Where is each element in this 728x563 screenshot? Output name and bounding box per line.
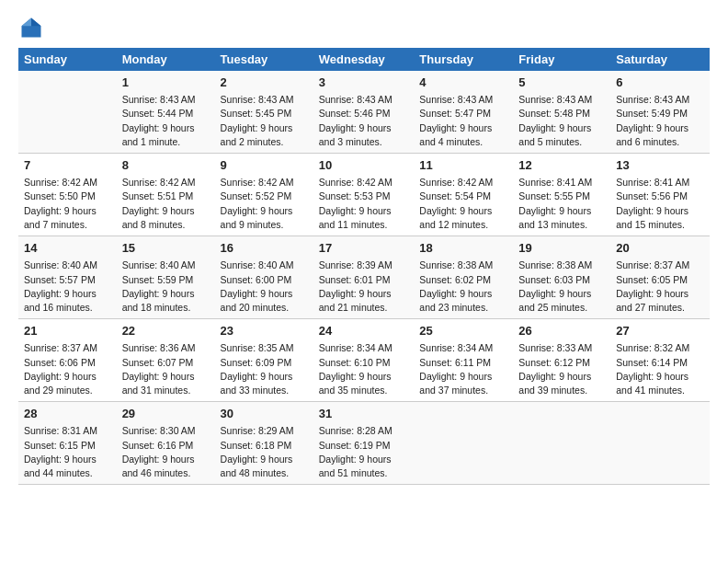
day-info: Sunrise: 8:37 AMSunset: 6:05 PMDaylight:… (616, 259, 704, 315)
day-info: Sunrise: 8:37 AMSunset: 6:06 PMDaylight:… (24, 341, 111, 397)
day-number: 30 (221, 406, 308, 422)
day-number: 12 (518, 157, 605, 174)
calendar-cell: 28Sunrise: 8:31 AMSunset: 6:15 PMDayligh… (18, 402, 117, 485)
day-info: Sunrise: 8:42 AMSunset: 5:50 PMDaylight:… (24, 176, 111, 232)
week-row-1: 1Sunrise: 8:43 AMSunset: 5:44 PMDaylight… (18, 71, 710, 154)
week-row-2: 7Sunrise: 8:42 AMSunset: 5:50 PMDaylight… (18, 154, 710, 236)
calendar-cell: 9Sunrise: 8:42 AMSunset: 5:52 PMDaylight… (215, 154, 313, 236)
day-number: 18 (419, 240, 507, 257)
calendar-cell: 8Sunrise: 8:42 AMSunset: 5:51 PMDaylight… (117, 154, 215, 236)
calendar-cell: 12Sunrise: 8:41 AMSunset: 5:55 PMDayligh… (513, 154, 610, 236)
calendar-cell (513, 402, 610, 485)
day-info: Sunrise: 8:33 AMSunset: 6:12 PMDaylight:… (518, 341, 605, 397)
calendar-cell: 13Sunrise: 8:41 AMSunset: 5:56 PMDayligh… (610, 154, 710, 236)
calendar-cell: 7Sunrise: 8:42 AMSunset: 5:50 PMDaylight… (18, 154, 117, 236)
header-saturday: Saturday (610, 48, 710, 71)
calendar-cell: 31Sunrise: 8:28 AMSunset: 6:19 PMDayligh… (313, 402, 415, 485)
calendar-cell: 21Sunrise: 8:37 AMSunset: 6:06 PMDayligh… (18, 319, 117, 402)
day-number: 9 (221, 157, 308, 174)
day-number: 28 (24, 406, 111, 422)
day-info: Sunrise: 8:28 AMSunset: 6:19 PMDaylight:… (319, 424, 409, 480)
day-number: 5 (518, 75, 605, 91)
day-number: 17 (319, 240, 409, 257)
header-row (18, 15, 710, 40)
header-thursday: Thursday (414, 48, 513, 71)
header-friday: Friday (513, 48, 610, 71)
day-info: Sunrise: 8:43 AMSunset: 5:46 PMDaylight:… (319, 93, 409, 149)
day-number: 16 (221, 240, 308, 257)
day-info: Sunrise: 8:36 AMSunset: 6:07 PMDaylight:… (122, 341, 210, 397)
day-number: 8 (122, 157, 210, 174)
calendar-header: SundayMondayTuesdayWednesdayThursdayFrid… (18, 48, 710, 71)
day-info: Sunrise: 8:40 AMSunset: 5:59 PMDaylight:… (122, 259, 210, 315)
day-info: Sunrise: 8:42 AMSunset: 5:53 PMDaylight:… (319, 176, 409, 232)
day-info: Sunrise: 8:42 AMSunset: 5:51 PMDaylight:… (122, 176, 210, 232)
day-number: 22 (122, 323, 210, 339)
calendar-cell: 11Sunrise: 8:42 AMSunset: 5:54 PMDayligh… (414, 154, 513, 236)
day-info: Sunrise: 8:35 AMSunset: 6:09 PMDaylight:… (221, 341, 308, 397)
calendar-body: 1Sunrise: 8:43 AMSunset: 5:44 PMDaylight… (18, 71, 710, 485)
calendar-cell: 5Sunrise: 8:43 AMSunset: 5:48 PMDaylight… (513, 71, 610, 154)
day-number: 2 (221, 75, 308, 91)
day-info: Sunrise: 8:40 AMSunset: 5:57 PMDaylight:… (24, 259, 111, 315)
week-row-5: 28Sunrise: 8:31 AMSunset: 6:15 PMDayligh… (18, 402, 710, 485)
svg-marker-1 (31, 18, 41, 27)
day-number: 25 (419, 323, 507, 339)
calendar-cell: 6Sunrise: 8:43 AMSunset: 5:49 PMDaylight… (610, 71, 710, 154)
calendar-cell: 23Sunrise: 8:35 AMSunset: 6:09 PMDayligh… (215, 319, 313, 402)
calendar-cell: 30Sunrise: 8:29 AMSunset: 6:18 PMDayligh… (215, 402, 313, 485)
calendar-cell: 3Sunrise: 8:43 AMSunset: 5:46 PMDaylight… (313, 71, 415, 154)
day-number: 23 (221, 323, 308, 339)
logo-icon (18, 15, 44, 40)
calendar-table: SundayMondayTuesdayWednesdayThursdayFrid… (18, 48, 710, 485)
logo (18, 15, 48, 40)
day-info: Sunrise: 8:41 AMSunset: 5:55 PMDaylight:… (518, 176, 605, 232)
day-info: Sunrise: 8:34 AMSunset: 6:11 PMDaylight:… (419, 341, 507, 397)
day-info: Sunrise: 8:39 AMSunset: 6:01 PMDaylight:… (319, 259, 409, 315)
calendar-cell: 4Sunrise: 8:43 AMSunset: 5:47 PMDaylight… (414, 71, 513, 154)
day-info: Sunrise: 8:43 AMSunset: 5:45 PMDaylight:… (221, 93, 308, 149)
day-number: 26 (518, 323, 605, 339)
day-number: 11 (419, 157, 507, 174)
calendar-cell: 18Sunrise: 8:38 AMSunset: 6:02 PMDayligh… (414, 236, 513, 319)
header-sunday: Sunday (18, 48, 117, 71)
day-info: Sunrise: 8:34 AMSunset: 6:10 PMDaylight:… (319, 341, 409, 397)
calendar-cell: 27Sunrise: 8:32 AMSunset: 6:14 PMDayligh… (610, 319, 710, 402)
day-number: 13 (616, 157, 704, 174)
day-number: 24 (319, 323, 409, 339)
day-info: Sunrise: 8:42 AMSunset: 5:54 PMDaylight:… (419, 176, 507, 232)
day-number: 14 (24, 240, 111, 257)
day-info: Sunrise: 8:30 AMSunset: 6:16 PMDaylight:… (122, 424, 210, 480)
day-number: 3 (319, 75, 409, 91)
svg-marker-2 (22, 18, 32, 27)
day-number: 4 (419, 75, 507, 91)
day-number: 21 (24, 323, 111, 339)
day-number: 19 (518, 240, 605, 257)
day-info: Sunrise: 8:42 AMSunset: 5:52 PMDaylight:… (221, 176, 308, 232)
day-info: Sunrise: 8:40 AMSunset: 6:00 PMDaylight:… (221, 259, 308, 315)
calendar-cell: 15Sunrise: 8:40 AMSunset: 5:59 PMDayligh… (117, 236, 215, 319)
header-row-days: SundayMondayTuesdayWednesdayThursdayFrid… (18, 48, 710, 71)
day-info: Sunrise: 8:43 AMSunset: 5:48 PMDaylight:… (518, 93, 605, 149)
calendar-cell: 22Sunrise: 8:36 AMSunset: 6:07 PMDayligh… (117, 319, 215, 402)
calendar-cell (18, 71, 117, 154)
header-monday: Monday (117, 48, 215, 71)
calendar-cell: 20Sunrise: 8:37 AMSunset: 6:05 PMDayligh… (610, 236, 710, 319)
week-row-4: 21Sunrise: 8:37 AMSunset: 6:06 PMDayligh… (18, 319, 710, 402)
day-info: Sunrise: 8:43 AMSunset: 5:47 PMDaylight:… (419, 93, 507, 149)
day-number: 31 (319, 406, 409, 422)
day-info: Sunrise: 8:41 AMSunset: 5:56 PMDaylight:… (616, 176, 704, 232)
week-row-3: 14Sunrise: 8:40 AMSunset: 5:57 PMDayligh… (18, 236, 710, 319)
day-number: 7 (24, 157, 111, 174)
calendar-cell: 17Sunrise: 8:39 AMSunset: 6:01 PMDayligh… (313, 236, 415, 319)
day-info: Sunrise: 8:32 AMSunset: 6:14 PMDaylight:… (616, 341, 704, 397)
day-number: 20 (616, 240, 704, 257)
calendar-cell: 26Sunrise: 8:33 AMSunset: 6:12 PMDayligh… (513, 319, 610, 402)
header-wednesday: Wednesday (313, 48, 415, 71)
day-number: 1 (122, 75, 210, 91)
calendar-cell: 10Sunrise: 8:42 AMSunset: 5:53 PMDayligh… (313, 154, 415, 236)
day-info: Sunrise: 8:43 AMSunset: 5:49 PMDaylight:… (616, 93, 704, 149)
day-info: Sunrise: 8:43 AMSunset: 5:44 PMDaylight:… (122, 93, 210, 149)
day-info: Sunrise: 8:38 AMSunset: 6:02 PMDaylight:… (419, 259, 507, 315)
day-info: Sunrise: 8:31 AMSunset: 6:15 PMDaylight:… (24, 424, 111, 480)
